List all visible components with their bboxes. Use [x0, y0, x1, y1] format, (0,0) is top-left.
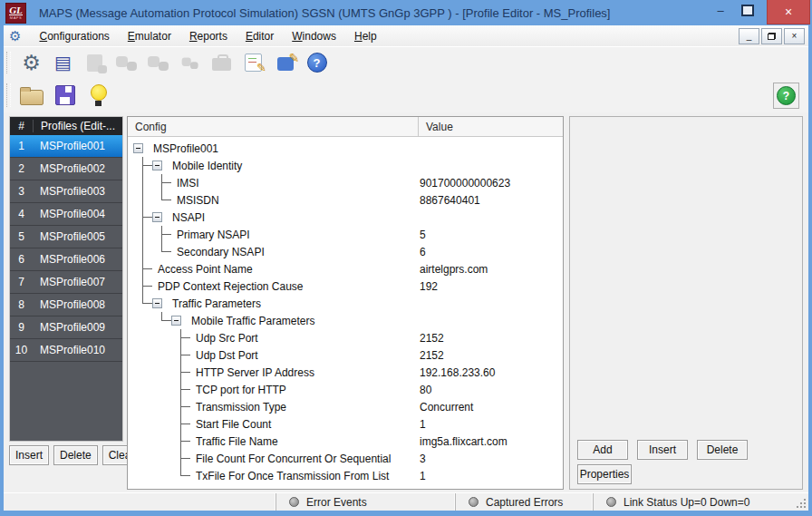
- call-reception-button[interactable]: [143, 50, 173, 75]
- tree-row[interactable]: Access Point Nameairtelgprs.com: [128, 260, 563, 277]
- tree-row[interactable]: Traffic File Nameimg5a.flixcart.com: [128, 433, 563, 450]
- insert-profile-button[interactable]: Insert: [9, 445, 49, 465]
- profile-row[interactable]: 1MSProfile001: [10, 135, 122, 158]
- maximize-button[interactable]: [734, 0, 761, 20]
- profile-row-number: 7: [10, 276, 33, 288]
- expander-icon[interactable]: [171, 316, 181, 326]
- minimize-button[interactable]: –: [707, 0, 734, 20]
- save-button[interactable]: [50, 83, 80, 108]
- status-cell-label: Link Status Up=0 Down=0: [624, 496, 749, 509]
- help-icon: ?: [307, 53, 327, 73]
- tips-bulb-button[interactable]: [83, 83, 113, 108]
- tree-row[interactable]: MSISDN8867640401: [128, 191, 563, 209]
- expander-icon[interactable]: [152, 161, 162, 170]
- context-help-button[interactable]: ?: [773, 83, 799, 109]
- menu-item-emulator[interactable]: Emulator: [119, 27, 180, 45]
- tree-row-value[interactable]: 6: [420, 246, 426, 258]
- maximize-icon: [741, 5, 754, 16]
- tree-row[interactable]: Mobile Identity: [128, 157, 563, 174]
- script-editor-button[interactable]: [238, 50, 268, 75]
- tree-row[interactable]: Mobile Traffic Parameters: [128, 312, 563, 329]
- toolbar-grip[interactable]: [6, 52, 11, 73]
- profiles-header-number: #: [10, 120, 34, 132]
- tree-row[interactable]: NSAPI: [128, 209, 563, 226]
- tree-row[interactable]: Transmission TypeConcurrent: [128, 398, 563, 415]
- profile-row[interactable]: 9MSProfile009: [10, 316, 122, 339]
- tree-guide: [133, 312, 152, 329]
- tree-guide: [171, 450, 190, 467]
- tree-row-value[interactable]: 80: [420, 384, 431, 396]
- expander-icon[interactable]: [152, 298, 162, 308]
- tree-row-value[interactable]: 192: [420, 280, 438, 293]
- testbed-gear-button[interactable]: ⚙: [16, 50, 46, 75]
- app-icon[interactable]: GL MAPS: [5, 3, 26, 24]
- tree-row[interactable]: MSProfile001: [128, 140, 563, 157]
- profile-row[interactable]: 2MSProfile002: [10, 158, 122, 180]
- insert-config-button[interactable]: Insert: [637, 440, 688, 460]
- tree-row[interactable]: TCP port for HTTP80: [128, 381, 563, 398]
- tree-row[interactable]: Secondary NSAPI6: [128, 243, 563, 260]
- tree-row[interactable]: Start File Count1: [128, 415, 563, 433]
- profile-row[interactable]: 6MSProfile006: [10, 248, 122, 271]
- delete-config-button[interactable]: Delete: [697, 440, 748, 460]
- tree-row-value[interactable]: 1: [420, 470, 426, 482]
- profile-editor-button[interactable]: [270, 50, 300, 75]
- tree-row[interactable]: Udp Src Port2152: [128, 329, 563, 346]
- mdi-minimize-button[interactable]: _: [739, 28, 759, 44]
- script-notepad-button[interactable]: ▤: [48, 50, 78, 75]
- profile-row[interactable]: 3MSProfile003: [10, 180, 122, 203]
- close-button[interactable]: ×: [767, 0, 810, 24]
- properties-button[interactable]: Properties: [577, 464, 632, 484]
- profile-row[interactable]: 5MSProfile005: [10, 226, 122, 248]
- tree-row-label: Udp Src Port: [196, 332, 258, 345]
- mdi-restore-button[interactable]: [761, 28, 782, 44]
- profile-row[interactable]: 4MSProfile004: [10, 203, 122, 226]
- help-button[interactable]: ?: [302, 50, 332, 75]
- profile-row[interactable]: 10MSProfile010: [10, 339, 122, 362]
- menu-item-reports[interactable]: Reports: [180, 27, 237, 45]
- tree-row[interactable]: Traffic Parameters: [128, 295, 563, 312]
- mdi-close-button[interactable]: ×: [784, 28, 805, 44]
- tree-row-value[interactable]: 901700000000623: [420, 177, 510, 190]
- expander-icon[interactable]: [133, 143, 143, 153]
- tree-row[interactable]: Udp Dst Port2152: [128, 346, 563, 364]
- tree-row-value[interactable]: 3: [420, 453, 426, 465]
- status-led-icon: [289, 497, 299, 507]
- menu-item-configurations[interactable]: Configurations: [30, 27, 118, 45]
- add-config-button[interactable]: Add: [577, 440, 628, 460]
- delete-profile-button[interactable]: Delete: [53, 445, 98, 465]
- tree-row-value[interactable]: 1: [420, 418, 426, 431]
- call-events-button[interactable]: [175, 50, 205, 75]
- tree-row[interactable]: TxFile For Once Transmission From List1: [128, 467, 563, 484]
- tree-row-value[interactable]: 2152: [420, 349, 444, 362]
- profile-row-name: MSProfile005: [40, 230, 105, 243]
- profile-row-name: MSProfile002: [40, 162, 105, 175]
- tree-row-value[interactable]: 2152: [420, 332, 444, 345]
- tree-row-value[interactable]: img5a.flixcart.com: [420, 435, 508, 448]
- tree-row[interactable]: File Count For Concurrent Or Sequential3: [128, 450, 563, 467]
- expander-icon[interactable]: [152, 212, 162, 222]
- profile-row[interactable]: 7MSProfile007: [10, 271, 122, 294]
- menu-bar-items: ConfigurationsEmulatorReportsEditorWindo…: [30, 27, 385, 45]
- tree-row-value[interactable]: 192.168.233.60: [420, 366, 495, 379]
- tree-row-value[interactable]: 5: [420, 229, 426, 241]
- child-window-system-icon[interactable]: ⚙: [9, 29, 21, 43]
- open-folder-button[interactable]: [16, 83, 46, 108]
- tree-row[interactable]: PDP Context Rejection Cause192: [128, 277, 563, 295]
- tree-row[interactable]: IMSI901700000000623: [128, 174, 563, 191]
- call-generation-button[interactable]: [111, 50, 141, 75]
- tree-row-value[interactable]: Concurrent: [420, 401, 473, 414]
- tree-row[interactable]: Primary NSAPI5: [128, 226, 563, 243]
- menu-item-editor[interactable]: Editor: [237, 27, 283, 45]
- menu-item-windows[interactable]: Windows: [283, 27, 345, 45]
- tree-row-value[interactable]: 8867640401: [420, 194, 480, 207]
- tree-row[interactable]: HTTP Server IP Address192.168.233.60: [128, 364, 563, 381]
- profile-row-name: MSProfile004: [40, 208, 105, 220]
- menu-item-help[interactable]: Help: [345, 27, 386, 45]
- tree-row-value[interactable]: airtelgprs.com: [420, 263, 488, 276]
- briefcase-button[interactable]: [207, 50, 237, 75]
- resize-grip-icon[interactable]: [796, 498, 807, 509]
- profile-row[interactable]: 8MSProfile008: [10, 294, 122, 316]
- clipboard-button[interactable]: [80, 50, 110, 75]
- toolbar-grip-2[interactable]: [6, 83, 11, 108]
